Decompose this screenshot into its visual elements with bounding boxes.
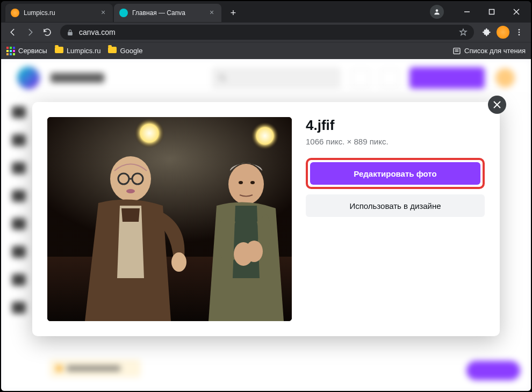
svg-point-30 [246, 241, 263, 262]
folder-icon [55, 47, 63, 53]
svg-point-6 [519, 32, 520, 33]
browser-tab-canva[interactable]: Главная — Canva × [114, 4, 221, 22]
minimize-button[interactable] [455, 3, 479, 20]
canva-logo [17, 67, 40, 89]
svg-point-25 [171, 252, 186, 272]
edit-photo-button[interactable]: Редактировать фото [310, 162, 480, 185]
svg-point-5 [519, 29, 520, 31]
bookmark-google[interactable]: Google [108, 47, 142, 55]
canva-upgrade-strip [49, 359, 141, 378]
forward-button[interactable] [23, 25, 38, 40]
reading-list-button[interactable]: Список для чтения [452, 47, 526, 55]
reading-list-icon [452, 47, 461, 55]
close-icon[interactable]: × [99, 9, 107, 17]
browser-tab-lumpics[interactable]: Lumpics.ru × [5, 4, 113, 22]
folder-icon [108, 47, 117, 53]
svg-point-0 [436, 9, 438, 12]
bookmark-star-icon[interactable] [459, 28, 468, 37]
favicon-lumpics [11, 9, 19, 17]
close-icon[interactable]: × [207, 9, 216, 17]
canva-help-button [466, 361, 520, 380]
svg-point-27 [239, 181, 243, 184]
modal-filename: 4.jfif [306, 117, 485, 134]
back-button[interactable] [5, 25, 20, 40]
close-window-button[interactable] [504, 3, 529, 20]
svg-point-28 [250, 181, 255, 184]
svg-point-24 [126, 189, 135, 193]
account-badge-icon[interactable] [430, 5, 444, 19]
bookmark-label: Google [120, 47, 142, 55]
new-tab-button[interactable]: + [226, 5, 241, 20]
modal-dimensions: 1066 пикс. × 889 пикс. [306, 137, 485, 146]
bookmark-services[interactable]: Сервисы [6, 47, 47, 55]
tab-title: Lumpics.ru [24, 9, 99, 17]
use-in-design-button[interactable]: Использовать в дизайне [306, 194, 485, 217]
canva-nav-item [51, 73, 104, 83]
maximize-button[interactable] [479, 3, 504, 20]
profile-avatar[interactable] [497, 26, 509, 39]
close-icon [493, 101, 501, 108]
canva-search [212, 67, 341, 89]
svg-point-19 [251, 122, 279, 150]
svg-point-18 [134, 118, 164, 148]
bookmark-label: Сервисы [18, 47, 47, 55]
url-text: canva.com [79, 28, 459, 37]
canva-icon-button [351, 69, 370, 87]
apps-grid-icon [6, 47, 15, 55]
canva-icon-button [380, 69, 399, 87]
svg-rect-2 [490, 10, 494, 14]
modal-close-button[interactable] [488, 96, 506, 114]
canva-create-button [409, 67, 485, 89]
bookmark-label: Lumpics.ru [67, 47, 101, 55]
svg-point-11 [219, 75, 224, 79]
svg-point-26 [228, 164, 264, 205]
reading-list-label: Список для чтения [464, 47, 526, 55]
upload-preview-modal: 4.jfif 1066 пикс. × 889 пикс. Редактиров… [32, 102, 500, 336]
address-bar: canva.com [1, 23, 531, 42]
svg-point-7 [519, 34, 520, 35]
search-icon [218, 74, 227, 82]
canva-avatar [495, 68, 515, 88]
modal-preview-image [47, 117, 292, 321]
svg-line-12 [224, 79, 226, 81]
bookmarks-bar: Сервисы Lumpics.ru Google Список для чте… [1, 42, 531, 59]
tab-title: Главная — Canva [132, 9, 207, 17]
favicon-canva [119, 9, 128, 17]
reload-button[interactable] [40, 25, 55, 40]
extensions-button[interactable] [479, 25, 494, 40]
titlebar: Lumpics.ru × Главная — Canva × + [1, 1, 531, 23]
browser-menu-button[interactable] [512, 25, 527, 40]
lock-icon [67, 29, 74, 36]
bookmark-lumpics[interactable]: Lumpics.ru [55, 47, 101, 55]
highlighted-button-frame: Редактировать фото [306, 158, 485, 189]
omnibox[interactable]: canva.com [60, 25, 474, 40]
